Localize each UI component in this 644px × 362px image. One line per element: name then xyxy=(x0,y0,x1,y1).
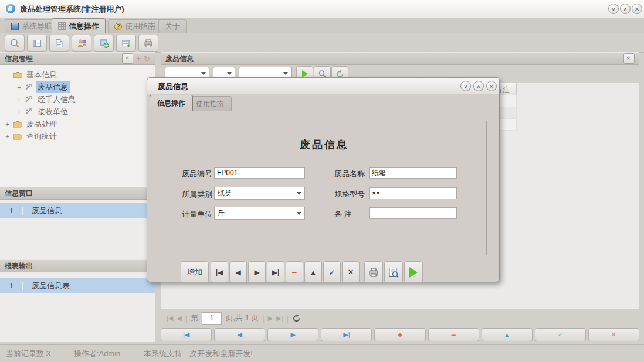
tab-label: 使用指南 xyxy=(196,99,224,109)
dialog-tab-info-operation[interactable]: 信息操作 xyxy=(150,95,193,111)
dialog-run-button[interactable] xyxy=(404,261,423,283)
tree-refresh-icon[interactable]: ↻ xyxy=(144,54,150,63)
expander-icon[interactable]: + xyxy=(5,133,10,140)
name-field[interactable] xyxy=(369,167,457,179)
record-edit-button[interactable]: ▲ xyxy=(482,328,533,341)
dialog-tab-user-guide[interactable]: 使用指南 xyxy=(188,96,232,111)
tree-item-basic-info[interactable]: - 基本信息 xyxy=(0,69,155,81)
field-label-name: 废品名称 xyxy=(334,169,365,179)
tab-label: 系统导航 xyxy=(22,21,52,32)
record-nav-bar: |◀ ◀ ▶ ▶| + − ▲ ✓ ✕ xyxy=(161,328,639,341)
dialog-prev-button[interactable]: ◀ xyxy=(229,261,247,283)
tab-label: 关于 xyxy=(165,21,180,32)
field-label-spec: 规格型号 xyxy=(334,189,365,200)
dialog-cancel-button[interactable]: ✕ xyxy=(342,261,360,283)
field-label-remark: 备 注 xyxy=(334,209,352,220)
toolbar-user-button[interactable] xyxy=(72,35,91,52)
record-last-button[interactable]: ▶| xyxy=(321,328,372,341)
dialog-edit-button[interactable]: ▲ xyxy=(304,261,322,283)
dialog-next-button[interactable]: ▶ xyxy=(248,261,266,283)
tree-item-waste-process[interactable]: + 废品处理 xyxy=(0,118,155,130)
tree-item-label: 废品信息 xyxy=(36,81,70,93)
form-heading: 废品信息 xyxy=(162,138,486,152)
dialog-preview-button[interactable] xyxy=(384,261,403,283)
page-prev-button[interactable]: ◀ xyxy=(177,315,181,322)
tree-item-query-stats[interactable]: + 查询统计 xyxy=(0,130,155,142)
title-bar: 废品处理管理系统(非注册用户) ∨ ∧ ✕ xyxy=(0,0,644,18)
info-window-header: 信息窗口 xyxy=(0,187,155,200)
dialog-save-button[interactable]: ✓ xyxy=(323,261,341,283)
chevron-down-icon xyxy=(297,192,301,195)
grid-icon xyxy=(58,22,66,30)
dialog-maximize-button[interactable]: ∧ xyxy=(473,81,484,91)
expander-icon[interactable]: + xyxy=(16,84,22,91)
spec-field[interactable] xyxy=(369,187,457,199)
tree-item-receiver-unit[interactable]: + 接收单位 xyxy=(0,105,155,118)
toolbar-monitor-button[interactable] xyxy=(94,35,114,52)
remark-field[interactable] xyxy=(369,207,457,219)
dialog-last-button[interactable]: ▶| xyxy=(267,261,284,283)
tab-about[interactable]: 关于 xyxy=(158,19,187,33)
dialog-add-button[interactable]: 增加 xyxy=(181,261,209,283)
tab-label: 信息操作 xyxy=(157,98,185,108)
list-item[interactable]: 1 废品信息 xyxy=(0,203,155,218)
toolbar-document-button[interactable] xyxy=(49,35,69,52)
folder-icon xyxy=(13,133,22,140)
expander-icon[interactable]: + xyxy=(5,121,10,128)
sidebar-collapse-button[interactable]: « xyxy=(122,53,133,64)
dialog-close-button[interactable]: ✕ xyxy=(486,81,497,91)
expander-icon[interactable]: + xyxy=(16,96,22,103)
dialog-first-button[interactable]: |◀ xyxy=(211,261,228,283)
chevron-down-icon: ∨ xyxy=(611,6,615,12)
tree-item-label: 查询统计 xyxy=(25,131,59,142)
toolbar-search-button[interactable] xyxy=(5,35,25,52)
row-number: 1 xyxy=(0,207,23,215)
info-manage-tree: - 基本信息 + 废品信息 + 经手人信息 + 接收单位 + 废品处理 + 查询… xyxy=(0,65,155,187)
expander-icon[interactable]: + xyxy=(16,108,22,115)
window-maximize-button[interactable]: ∧ xyxy=(620,4,631,14)
main-collapse-button[interactable]: « xyxy=(623,53,635,64)
code-field[interactable] xyxy=(214,167,305,179)
tab-system-nav[interactable]: 系统导航 xyxy=(5,19,59,33)
category-select[interactable]: 纸类 xyxy=(214,187,305,200)
panel-title: 废品信息 xyxy=(165,54,194,64)
tab-user-guide[interactable]: ? 使用指南 xyxy=(108,19,162,33)
dialog-print-button[interactable] xyxy=(364,261,383,283)
record-next-button[interactable]: ▶ xyxy=(267,328,318,341)
info-window-list: 1 废品信息 xyxy=(0,200,155,259)
window-close-button[interactable]: ✕ xyxy=(632,4,642,14)
record-prev-button[interactable]: ◀ xyxy=(214,328,265,341)
dialog-delete-button[interactable]: − xyxy=(286,261,303,283)
page-last-button[interactable]: ▶| xyxy=(276,315,283,322)
dialog-minimize-button[interactable]: ∨ xyxy=(460,81,471,91)
page-next-button[interactable]: ▶ xyxy=(268,315,273,322)
list-item[interactable]: 1 废品信息表 xyxy=(0,278,155,293)
toolbar-printer-button[interactable] xyxy=(138,35,158,52)
record-first-button[interactable]: |◀ xyxy=(161,328,212,341)
record-cancel-button[interactable]: ✕ xyxy=(588,328,639,341)
panel-title: 信息窗口 xyxy=(5,189,33,199)
toolbar-form-button[interactable] xyxy=(27,35,47,52)
panel-title: 信息管理 xyxy=(5,54,33,64)
tree-add-icon[interactable]: + xyxy=(136,54,141,63)
tree-item-handler-info[interactable]: + 经手人信息 xyxy=(0,93,155,105)
window-minimize-button[interactable]: ∨ xyxy=(608,4,619,14)
toolbar-table-add-button[interactable] xyxy=(116,35,136,52)
tab-info-operation[interactable]: 信息操作 xyxy=(52,18,106,33)
pager-refresh-icon[interactable] xyxy=(292,314,301,323)
tool-icon xyxy=(25,95,33,103)
row-label: 废品信息 xyxy=(23,206,62,216)
monitor-icon xyxy=(11,23,19,30)
record-save-button[interactable]: ✓ xyxy=(535,328,586,341)
expander-icon[interactable]: - xyxy=(5,71,10,78)
tree-item-waste-info[interactable]: + 废品信息 xyxy=(0,81,155,93)
unit-select[interactable]: 斤 xyxy=(214,207,305,220)
page-number-input[interactable] xyxy=(202,312,222,325)
panel-title: 报表输出 xyxy=(5,261,33,271)
page-first-button[interactable]: |◀ xyxy=(167,315,173,322)
record-delete-button[interactable]: − xyxy=(428,328,479,341)
record-add-button[interactable]: + xyxy=(374,328,425,341)
tool-icon xyxy=(25,83,33,91)
chevron-down-icon xyxy=(297,212,301,215)
tree-item-label: 废品处理 xyxy=(25,118,59,130)
